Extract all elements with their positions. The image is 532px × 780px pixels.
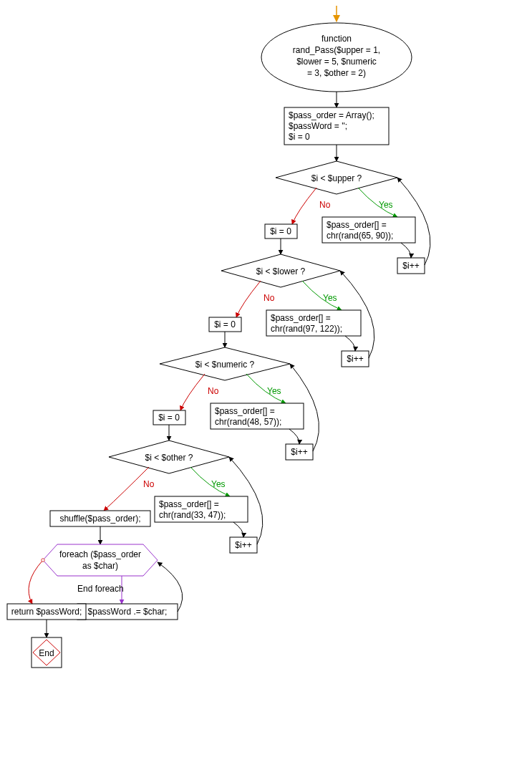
no-label-3: No — [208, 386, 219, 396]
init-line-2: $i = 0 — [289, 132, 310, 142]
node-body-lower: $pass_order[] = chr(rand(97, 122)); — [266, 310, 361, 336]
node-end: End — [32, 637, 62, 668]
b-other-l0: $pass_order[] = — [159, 499, 219, 509]
node-inc-4: $i++ — [230, 537, 257, 553]
b-upper-l1: chr(rand(65, 90)); — [327, 231, 393, 241]
node-inc-3: $i++ — [286, 444, 313, 460]
concat-label: $passWord .= $char; — [88, 607, 168, 617]
b-upper-l0: $pass_order[] = — [327, 220, 387, 230]
yes-label-2: Yes — [323, 293, 337, 303]
edge-dlower-no — [236, 281, 261, 317]
b-lower-l1: chr(rand(97, 122)); — [271, 324, 342, 334]
node-shuffle: shuffle($pass_order); — [50, 511, 150, 526]
inc3-label: $i++ — [291, 447, 307, 457]
node-decision-numeric: $i < $numeric ? — [160, 347, 290, 380]
edge-blower-inc2 — [345, 336, 355, 351]
node-body-upper: $pass_order[] = chr(rand(65, 90)); — [322, 217, 415, 243]
node-body-other: $pass_order[] = chr(rand(33, 47)); — [155, 496, 248, 522]
init-line-0: $pass_order = Array(); — [289, 110, 374, 120]
foreach-l0: foreach ($pass_order — [59, 549, 141, 559]
reset1-label: $i = 0 — [270, 226, 291, 236]
node-foreach: foreach ($pass_order as $char) — [43, 544, 158, 576]
inc4-label: $i++ — [235, 540, 251, 550]
b-num-l1: chr(rand(48, 57)); — [215, 417, 281, 427]
start-line-2: $lower = 5, $numeric — [296, 57, 377, 67]
edge-dupper-no — [292, 188, 316, 224]
inc1-label: $i++ — [402, 261, 419, 271]
inc2-label: $i++ — [347, 354, 363, 364]
return-label: return $passWord; — [11, 607, 82, 617]
end-label: End — [39, 648, 54, 658]
b-num-l0: $pass_order[] = — [215, 406, 275, 416]
reset3-label: $i = 0 — [158, 413, 180, 423]
node-reset-1: $i = 0 — [265, 224, 297, 239]
node-return: return $passWord; — [7, 604, 86, 620]
b-other-l1: chr(rand(33, 47)); — [159, 510, 226, 520]
foreach-l1: as $char) — [82, 561, 118, 571]
flowchart-canvas: function rand_Pass($upper = 1, $lower = … — [0, 0, 532, 780]
node-reset-3: $i = 0 — [153, 410, 185, 425]
edge-dnum-no — [180, 374, 205, 410]
node-decision-lower: $i < $lower ? — [221, 254, 340, 287]
node-reset-2: $i = 0 — [209, 317, 241, 332]
d-lower-label: $i < $lower ? — [256, 266, 306, 276]
edge-dother-no — [104, 467, 149, 511]
node-init: $pass_order = Array(); $passWord = ''; $… — [284, 107, 389, 145]
b-lower-l0: $pass_order[] = — [271, 313, 331, 323]
edge-bnum-inc3 — [289, 429, 299, 444]
d-upper-label: $i < $upper ? — [311, 173, 362, 183]
node-body-numeric: $pass_order[] = chr(rand(48, 57)); — [211, 403, 304, 429]
yes-label-3: Yes — [267, 386, 281, 396]
d-other-label: $i < $other ? — [145, 453, 193, 463]
start-line-3: = 3, $other = 2) — [307, 68, 366, 78]
d-numeric-label: $i < $numeric ? — [195, 360, 255, 370]
yes-label-4: Yes — [211, 479, 226, 489]
no-label-1: No — [319, 200, 331, 210]
shuffle-label: shuffle($pass_order); — [59, 514, 140, 524]
reset2-label: $i = 0 — [214, 319, 236, 329]
node-start: function rand_Pass($upper = 1, $lower = … — [261, 23, 412, 92]
node-inc-2: $i++ — [342, 351, 369, 367]
node-decision-other: $i < $other ? — [109, 440, 229, 473]
node-concat: $passWord .= $char; — [77, 604, 178, 620]
init-line-1: $passWord = ''; — [289, 121, 347, 131]
node-decision-upper: $i < $upper ? — [276, 161, 397, 194]
edge-foreach-return — [29, 560, 43, 604]
yes-label-1: Yes — [379, 200, 393, 210]
no-label-2: No — [263, 293, 275, 303]
edge-bother-inc4 — [233, 522, 243, 537]
start-line-1: rand_Pass($upper = 1, — [293, 45, 380, 55]
start-line-0: function — [321, 34, 352, 44]
node-inc-1: $i++ — [397, 258, 425, 274]
end-foreach-label: End foreach — [77, 584, 124, 594]
edge-bupper-inc1 — [401, 243, 411, 258]
no-label-4: No — [143, 479, 155, 489]
